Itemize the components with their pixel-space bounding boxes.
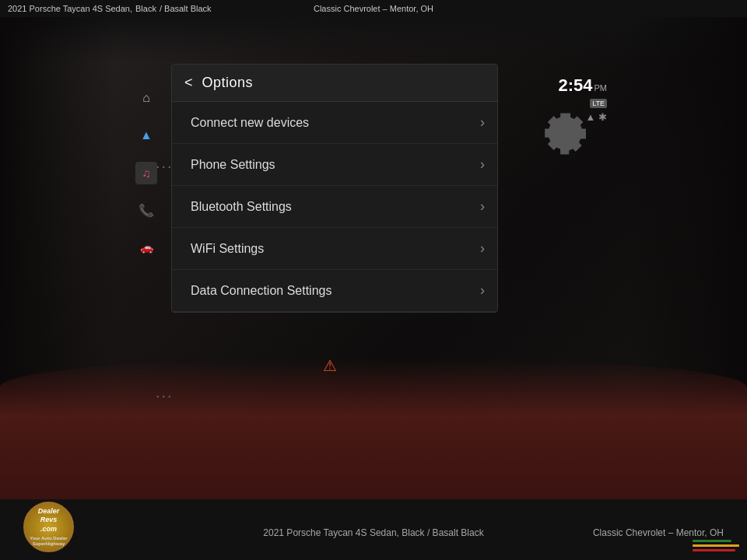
back-button[interactable]: <: [184, 75, 193, 91]
lte-badge: LTE: [590, 99, 607, 108]
warning-triangle: ⚠: [323, 356, 337, 375]
chevron-data: ›: [480, 282, 485, 299]
side-icon-nav[interactable]: ▲: [132, 117, 160, 154]
menu-item-connect-label: Connect new devices: [191, 116, 309, 130]
menu-item-wifi-label: WiFi Settings: [191, 242, 264, 256]
top-dealership: Classic Chevrolet – Mentor, OH: [251, 4, 495, 13]
chevron-connect: ›: [480, 114, 485, 131]
chevron-bluetooth: ›: [480, 198, 485, 215]
menu-item-phone-label: Phone Settings: [191, 158, 275, 172]
deco-lines: [693, 540, 739, 554]
menu-item-wifi[interactable]: WiFi Settings ›: [172, 228, 497, 270]
side-icon-phone[interactable]: 📞: [132, 191, 160, 229]
bottom-dealership: Classic Chevrolet – Mentor, OH: [593, 527, 724, 538]
side-icons-panel: ⌂ ▲ ♫ 📞 🚗: [132, 79, 160, 266]
top-car-model: 2021 Porsche Taycan 4S Sedan,: [8, 4, 132, 13]
signal-row: LTE: [590, 99, 607, 108]
menu-item-bluetooth-label: Bluetooth Settings: [191, 200, 292, 214]
menu-item-bluetooth[interactable]: Bluetooth Settings ›: [172, 186, 497, 228]
status-area: 2:54 PM LTE ▲ ✱: [558, 75, 607, 123]
bottom-car-model: 2021 Porsche Taycan 4S Sedan,: [263, 527, 399, 538]
top-car-color: Black: [135, 4, 156, 13]
logo-circle: DealerRevs.com Your Auto DealerSuperHigh…: [23, 502, 74, 552]
chevron-phone: ›: [480, 156, 485, 173]
bottom-bar: DealerRevs.com Your Auto DealerSuperHigh…: [0, 499, 747, 560]
screen-title: Options: [202, 75, 254, 91]
dealer-revs-logo[interactable]: DealerRevs.com Your Auto DealerSuperHigh…: [23, 502, 74, 552]
chevron-wifi: ›: [480, 240, 485, 257]
screen-panel: < Options Connect new devices › Phone Se…: [171, 64, 498, 313]
top-car-trim: / Basalt Black: [160, 4, 212, 13]
menu-item-data[interactable]: Data Connection Settings ›: [172, 270, 497, 312]
top-bar: 2021 Porsche Taycan 4S Sedan, Black / Ba…: [0, 0, 747, 17]
time-display: 2:54: [558, 75, 592, 96]
top-car-info-left: 2021 Porsche Taycan 4S Sedan, Black / Ba…: [8, 4, 251, 13]
signal-bars: ▲ ✱: [586, 111, 607, 123]
dot-indicator-bottom: ···: [156, 387, 174, 404]
side-icon-music[interactable]: ♫: [132, 154, 160, 191]
menu-item-phone[interactable]: Phone Settings ›: [172, 144, 497, 186]
seat-area: [0, 359, 747, 499]
menu-item-connect[interactable]: Connect new devices ›: [172, 102, 497, 144]
side-icon-home[interactable]: ⌂: [132, 79, 160, 117]
bottom-trim: / Basalt Black: [427, 527, 484, 538]
screen-header: < Options: [172, 65, 497, 102]
bottom-color: Black: [402, 527, 424, 538]
side-icon-car[interactable]: 🚗: [132, 229, 160, 266]
bottom-car-info: 2021 Porsche Taycan 4S Sedan, Black / Ba…: [263, 527, 483, 538]
wifi-signal-row: ▲ ✱: [586, 111, 607, 123]
menu-item-data-label: Data Connection Settings: [191, 284, 331, 298]
time-ampm: PM: [594, 83, 608, 93]
photo-background: ··· ··· ⌂ ▲ ♫ 📞 🚗 < Options Connect new …: [0, 17, 747, 499]
